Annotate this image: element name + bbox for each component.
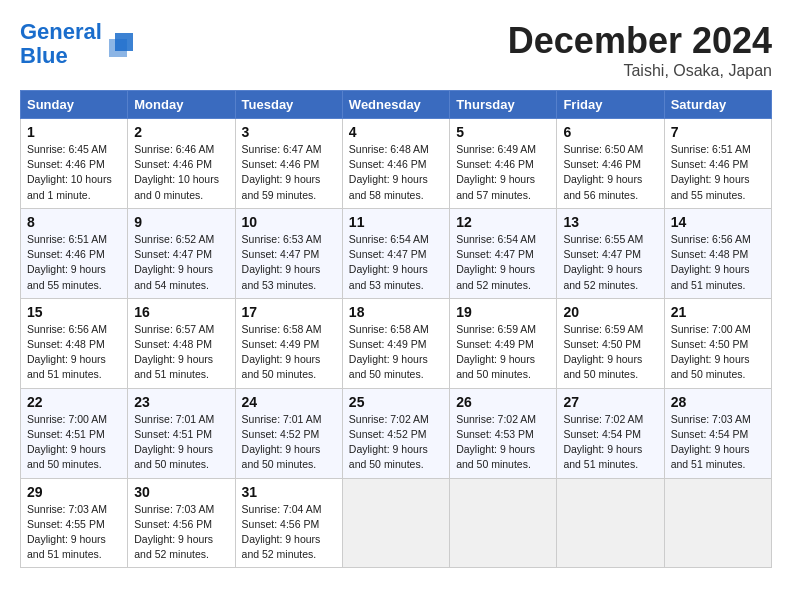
day-number: 31 xyxy=(242,484,336,500)
header-monday: Monday xyxy=(128,91,235,119)
calendar-cell: 12Sunrise: 6:54 AMSunset: 4:47 PMDayligh… xyxy=(450,208,557,298)
day-number: 14 xyxy=(671,214,765,230)
day-number: 11 xyxy=(349,214,443,230)
calendar-cell: 14Sunrise: 6:56 AMSunset: 4:48 PMDayligh… xyxy=(664,208,771,298)
month-title: December 2024 xyxy=(508,20,772,62)
calendar-cell: 20Sunrise: 6:59 AMSunset: 4:50 PMDayligh… xyxy=(557,298,664,388)
week-row-5: 29Sunrise: 7:03 AMSunset: 4:55 PMDayligh… xyxy=(21,478,772,568)
day-info: Sunrise: 6:53 AMSunset: 4:47 PMDaylight:… xyxy=(242,232,336,293)
day-info: Sunrise: 6:46 AMSunset: 4:46 PMDaylight:… xyxy=(134,142,228,203)
day-info: Sunrise: 6:51 AMSunset: 4:46 PMDaylight:… xyxy=(671,142,765,203)
calendar-cell: 10Sunrise: 6:53 AMSunset: 4:47 PMDayligh… xyxy=(235,208,342,298)
day-number: 24 xyxy=(242,394,336,410)
header-tuesday: Tuesday xyxy=(235,91,342,119)
day-info: Sunrise: 6:59 AMSunset: 4:49 PMDaylight:… xyxy=(456,322,550,383)
day-info: Sunrise: 6:51 AMSunset: 4:46 PMDaylight:… xyxy=(27,232,121,293)
day-number: 6 xyxy=(563,124,657,140)
day-number: 5 xyxy=(456,124,550,140)
calendar-cell: 6Sunrise: 6:50 AMSunset: 4:46 PMDaylight… xyxy=(557,119,664,209)
day-info: Sunrise: 6:48 AMSunset: 4:46 PMDaylight:… xyxy=(349,142,443,203)
day-info: Sunrise: 6:47 AMSunset: 4:46 PMDaylight:… xyxy=(242,142,336,203)
day-number: 29 xyxy=(27,484,121,500)
calendar-cell xyxy=(342,478,449,568)
calendar-cell xyxy=(664,478,771,568)
calendar-cell: 2Sunrise: 6:46 AMSunset: 4:46 PMDaylight… xyxy=(128,119,235,209)
calendar-header-row: SundayMondayTuesdayWednesdayThursdayFrid… xyxy=(21,91,772,119)
day-info: Sunrise: 7:01 AMSunset: 4:51 PMDaylight:… xyxy=(134,412,228,473)
week-row-3: 15Sunrise: 6:56 AMSunset: 4:48 PMDayligh… xyxy=(21,298,772,388)
calendar-cell: 19Sunrise: 6:59 AMSunset: 4:49 PMDayligh… xyxy=(450,298,557,388)
calendar-cell: 23Sunrise: 7:01 AMSunset: 4:51 PMDayligh… xyxy=(128,388,235,478)
day-info: Sunrise: 7:02 AMSunset: 4:52 PMDaylight:… xyxy=(349,412,443,473)
calendar-cell: 25Sunrise: 7:02 AMSunset: 4:52 PMDayligh… xyxy=(342,388,449,478)
day-number: 17 xyxy=(242,304,336,320)
day-number: 23 xyxy=(134,394,228,410)
day-number: 19 xyxy=(456,304,550,320)
calendar-cell: 8Sunrise: 6:51 AMSunset: 4:46 PMDaylight… xyxy=(21,208,128,298)
week-row-1: 1Sunrise: 6:45 AMSunset: 4:46 PMDaylight… xyxy=(21,119,772,209)
day-number: 18 xyxy=(349,304,443,320)
calendar-cell: 26Sunrise: 7:02 AMSunset: 4:53 PMDayligh… xyxy=(450,388,557,478)
day-info: Sunrise: 6:54 AMSunset: 4:47 PMDaylight:… xyxy=(456,232,550,293)
header-saturday: Saturday xyxy=(664,91,771,119)
day-number: 9 xyxy=(134,214,228,230)
day-info: Sunrise: 6:59 AMSunset: 4:50 PMDaylight:… xyxy=(563,322,657,383)
title-block: December 2024 Taishi, Osaka, Japan xyxy=(508,20,772,80)
calendar-cell: 30Sunrise: 7:03 AMSunset: 4:56 PMDayligh… xyxy=(128,478,235,568)
day-number: 25 xyxy=(349,394,443,410)
calendar-cell: 17Sunrise: 6:58 AMSunset: 4:49 PMDayligh… xyxy=(235,298,342,388)
day-number: 28 xyxy=(671,394,765,410)
day-info: Sunrise: 6:58 AMSunset: 4:49 PMDaylight:… xyxy=(242,322,336,383)
calendar-cell: 11Sunrise: 6:54 AMSunset: 4:47 PMDayligh… xyxy=(342,208,449,298)
day-info: Sunrise: 7:00 AMSunset: 4:51 PMDaylight:… xyxy=(27,412,121,473)
day-number: 3 xyxy=(242,124,336,140)
day-number: 30 xyxy=(134,484,228,500)
day-number: 7 xyxy=(671,124,765,140)
page-header: General Blue December 2024 Taishi, Osaka… xyxy=(20,20,772,80)
calendar-cell: 29Sunrise: 7:03 AMSunset: 4:55 PMDayligh… xyxy=(21,478,128,568)
calendar-cell xyxy=(557,478,664,568)
day-number: 20 xyxy=(563,304,657,320)
header-thursday: Thursday xyxy=(450,91,557,119)
day-info: Sunrise: 7:03 AMSunset: 4:55 PMDaylight:… xyxy=(27,502,121,563)
calendar-cell: 21Sunrise: 7:00 AMSunset: 4:50 PMDayligh… xyxy=(664,298,771,388)
day-info: Sunrise: 7:02 AMSunset: 4:54 PMDaylight:… xyxy=(563,412,657,473)
logo-icon xyxy=(105,29,135,59)
day-number: 10 xyxy=(242,214,336,230)
calendar-cell: 31Sunrise: 7:04 AMSunset: 4:56 PMDayligh… xyxy=(235,478,342,568)
day-number: 15 xyxy=(27,304,121,320)
calendar-cell: 22Sunrise: 7:00 AMSunset: 4:51 PMDayligh… xyxy=(21,388,128,478)
day-number: 21 xyxy=(671,304,765,320)
header-sunday: Sunday xyxy=(21,91,128,119)
calendar-cell: 9Sunrise: 6:52 AMSunset: 4:47 PMDaylight… xyxy=(128,208,235,298)
week-row-2: 8Sunrise: 6:51 AMSunset: 4:46 PMDaylight… xyxy=(21,208,772,298)
day-info: Sunrise: 6:54 AMSunset: 4:47 PMDaylight:… xyxy=(349,232,443,293)
day-number: 12 xyxy=(456,214,550,230)
day-info: Sunrise: 7:01 AMSunset: 4:52 PMDaylight:… xyxy=(242,412,336,473)
calendar-cell: 5Sunrise: 6:49 AMSunset: 4:46 PMDaylight… xyxy=(450,119,557,209)
calendar-cell: 27Sunrise: 7:02 AMSunset: 4:54 PMDayligh… xyxy=(557,388,664,478)
day-info: Sunrise: 7:03 AMSunset: 4:54 PMDaylight:… xyxy=(671,412,765,473)
calendar-cell: 15Sunrise: 6:56 AMSunset: 4:48 PMDayligh… xyxy=(21,298,128,388)
header-friday: Friday xyxy=(557,91,664,119)
day-number: 8 xyxy=(27,214,121,230)
day-number: 2 xyxy=(134,124,228,140)
calendar-cell: 28Sunrise: 7:03 AMSunset: 4:54 PMDayligh… xyxy=(664,388,771,478)
day-info: Sunrise: 6:52 AMSunset: 4:47 PMDaylight:… xyxy=(134,232,228,293)
day-info: Sunrise: 6:55 AMSunset: 4:47 PMDaylight:… xyxy=(563,232,657,293)
logo: General Blue xyxy=(20,20,135,68)
location: Taishi, Osaka, Japan xyxy=(508,62,772,80)
day-info: Sunrise: 7:04 AMSunset: 4:56 PMDaylight:… xyxy=(242,502,336,563)
calendar-cell xyxy=(450,478,557,568)
day-number: 1 xyxy=(27,124,121,140)
day-number: 26 xyxy=(456,394,550,410)
week-row-4: 22Sunrise: 7:00 AMSunset: 4:51 PMDayligh… xyxy=(21,388,772,478)
calendar-cell: 3Sunrise: 6:47 AMSunset: 4:46 PMDaylight… xyxy=(235,119,342,209)
day-info: Sunrise: 6:56 AMSunset: 4:48 PMDaylight:… xyxy=(671,232,765,293)
day-info: Sunrise: 6:50 AMSunset: 4:46 PMDaylight:… xyxy=(563,142,657,203)
calendar-cell: 4Sunrise: 6:48 AMSunset: 4:46 PMDaylight… xyxy=(342,119,449,209)
calendar-table: SundayMondayTuesdayWednesdayThursdayFrid… xyxy=(20,90,772,568)
logo-text: General Blue xyxy=(20,20,102,68)
day-number: 4 xyxy=(349,124,443,140)
calendar-cell: 7Sunrise: 6:51 AMSunset: 4:46 PMDaylight… xyxy=(664,119,771,209)
